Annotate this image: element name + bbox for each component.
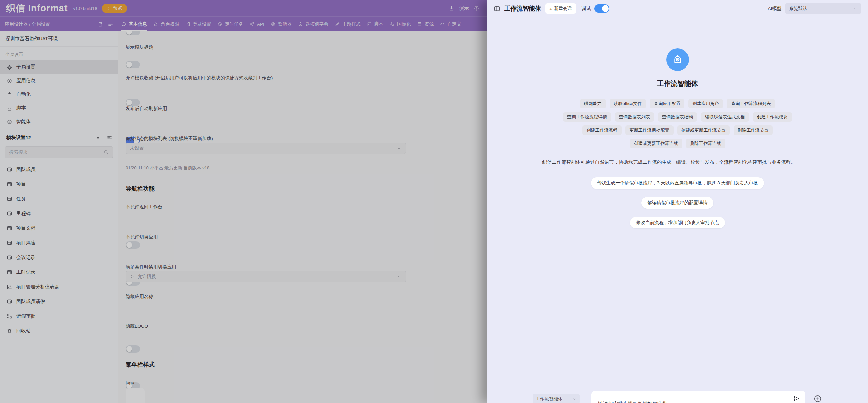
- new-session-button[interactable]: + 新建会话: [545, 3, 576, 14]
- sidebar-item-应用信息[interactable]: 应用信息: [0, 74, 118, 88]
- suggestion-pill[interactable]: 解读请假审批流程的配置详情: [641, 197, 714, 209]
- field-label: 保持状态的模块列表 (切换模块不重新加载): [126, 136, 213, 142]
- hide-app-name-toggle[interactable]: [126, 345, 140, 353]
- module-items: 团队成员项目任务里程碑项目文档项目风险会议记录工时记录项目管理分析仪表盘团队成员…: [0, 162, 118, 338]
- addlist-icon[interactable]: [107, 135, 112, 140]
- sidebar-item-工时记录[interactable]: 工时记录: [0, 265, 118, 280]
- top-bar: 织信 Informat v1.0 build18 预览 演示: [0, 0, 487, 16]
- tab-定时任务[interactable]: 定时任务: [214, 17, 246, 31]
- sidebar-item-label: 应用信息: [16, 78, 35, 84]
- suggestion-pill[interactable]: 修改当前流程，增加部门负责人审批节点: [630, 217, 725, 228]
- tab-label: 选项值字典: [305, 21, 329, 27]
- capability-tag: 更新工作流启动配置: [625, 125, 674, 135]
- keep-state-select[interactable]: 未设置: [126, 143, 406, 154]
- clock-icon: [217, 21, 222, 27]
- agent-selector[interactable]: 工作流智能体: [533, 394, 580, 403]
- sidebar-item-项目管理分析仪表盘[interactable]: 项目管理分析仪表盘: [0, 280, 118, 294]
- sidebar-item-回收站[interactable]: 回收站: [0, 324, 118, 338]
- search-input[interactable]: [5, 146, 113, 158]
- info-icon: [121, 21, 126, 27]
- designer-window: 织信 Informat v1.0 build18 预览 演示 应用设计器 / 全…: [0, 0, 487, 403]
- ai-model-select[interactable]: 系统默认: [785, 3, 861, 14]
- script-icon: [6, 105, 12, 111]
- tab-label: 基本信息: [129, 21, 147, 27]
- tab-label: 角色权限: [161, 21, 179, 27]
- capability-tag: 查询应用配置: [650, 99, 684, 108]
- sidebar-item-团队成员请假[interactable]: 团队成员请假: [0, 294, 118, 309]
- breadcrumb-zone: 应用设计器 / 全局设置: [0, 17, 118, 31]
- show-module-title-toggle[interactable]: [126, 61, 140, 68]
- chevron-down-icon: [396, 274, 402, 279]
- field-label: 满足条件时禁用切换应用: [126, 264, 176, 270]
- sidebar: 深圳市基石协作UAT环境 全局设置 全局设置应用信息自动化脚本智能体 模块设置1…: [0, 31, 118, 403]
- capability-tag: 查询数据表结构: [658, 112, 697, 122]
- capability-tag: 创建工作流模块: [753, 112, 792, 122]
- tab-监听器[interactable]: 监听器: [267, 17, 295, 31]
- page-icon[interactable]: [98, 21, 103, 27]
- sidebar-item-label: 全局设置: [16, 64, 35, 70]
- disable-switch-select[interactable]: 允许切换: [126, 271, 406, 282]
- debug-toggle[interactable]: [594, 4, 609, 13]
- capability-tag: 查询工作流流程列表: [727, 99, 775, 108]
- sidebar-item-label: 团队成员请假: [16, 299, 45, 305]
- sidebar-item-任务[interactable]: 任务: [0, 192, 118, 206]
- agent-avatar: [666, 48, 689, 71]
- sidebar-item-项目文档[interactable]: 项目文档: [0, 221, 118, 236]
- capability-tags: 联网能力读取office文件查询应用配置创建应用角色查询工作流流程列表查询工作流…: [507, 99, 848, 148]
- sidebar-item-里程碑[interactable]: 里程碑: [0, 206, 118, 221]
- allow-favorite-toggle[interactable]: [126, 99, 140, 106]
- suggestion-pill[interactable]: 帮我生成一个请假审批流程，3 天以内直属领导审批，超过 3 天部门负责人审批: [591, 177, 764, 189]
- module-section-label: 模块设置: [6, 135, 26, 141]
- sidebar-item-label: 回收站: [16, 328, 31, 334]
- tab-脚本[interactable]: 脚本: [364, 17, 387, 31]
- layout-icon[interactable]: [108, 21, 113, 27]
- sidebar-item-团队成员[interactable]: 团队成员: [0, 162, 118, 177]
- tab-资源[interactable]: 资源: [414, 17, 437, 31]
- tab-label: 国际化: [397, 21, 411, 27]
- version-label: v1.0 build18: [73, 6, 97, 11]
- table-icon: [6, 299, 12, 304]
- sidebar-item-请假审批[interactable]: 请假审批: [0, 309, 118, 324]
- capability-tag: 创建或更新工作流连线: [630, 139, 682, 148]
- sidebar-item-会议记录[interactable]: 会议记录: [0, 250, 118, 265]
- agent-drawer: 工作流智能体 + 新建会话 调试 AI模型: 系统默认 工作流智能体 联网能力读…: [487, 0, 868, 403]
- field-label: 显示模块标题: [126, 44, 153, 50]
- tab-label: 自定义: [447, 21, 461, 27]
- preview-button[interactable]: 预览: [102, 4, 127, 13]
- debug-label: 调试: [581, 5, 591, 12]
- tab-label: 定时任务: [225, 21, 243, 27]
- collapse-icon[interactable]: [95, 135, 101, 140]
- no-return-toggle[interactable]: [126, 241, 140, 249]
- tab-国际化[interactable]: 国际化: [387, 17, 414, 31]
- download-icon[interactable]: [449, 5, 454, 11]
- tab-自定义[interactable]: 自定义: [437, 17, 464, 31]
- sidebar-item-自动化[interactable]: 自动化: [0, 88, 118, 101]
- logo-upload-box[interactable]: [126, 388, 145, 403]
- tab-选项值字典[interactable]: 选项值字典: [295, 17, 332, 31]
- sidebar-item-全局设置[interactable]: 全局设置: [0, 60, 118, 74]
- send-icon[interactable]: [793, 395, 800, 402]
- tab-主题样式[interactable]: 主题样式: [332, 17, 364, 31]
- sidebar-item-脚本[interactable]: 脚本: [0, 101, 118, 115]
- tab-label: 登录设置: [193, 21, 211, 27]
- field-label: 允许模块收藏 (开启后用户可以将应用中的模块的快捷方式收藏到工作台): [126, 75, 273, 81]
- global-items: 全局设置应用信息自动化脚本智能体: [0, 60, 118, 129]
- sidebar-item-项目风险[interactable]: 项目风险: [0, 236, 118, 250]
- tab-登录设置[interactable]: 登录设置: [182, 17, 214, 31]
- panel-icon[interactable]: [494, 5, 500, 12]
- custom-icon: [440, 21, 445, 27]
- sidebar-item-智能体[interactable]: 智能体: [0, 115, 118, 129]
- tab-角色权限[interactable]: 角色权限: [150, 17, 182, 31]
- chat-input[interactable]: [591, 391, 805, 403]
- script-icon: [367, 21, 372, 27]
- custom-icon: [130, 274, 135, 279]
- tab-基本信息[interactable]: 基本信息: [118, 17, 150, 31]
- question-icon[interactable]: [474, 5, 479, 11]
- tab-API[interactable]: API: [246, 17, 267, 31]
- api-icon: [249, 21, 255, 27]
- demo-label[interactable]: 演示: [459, 5, 469, 11]
- plus-circle-icon[interactable]: [813, 394, 822, 403]
- sidebar-item-项目[interactable]: 项目: [0, 177, 118, 192]
- clipped-toggle[interactable]: [126, 31, 140, 35]
- module-section-header: 模块设置12: [0, 129, 118, 143]
